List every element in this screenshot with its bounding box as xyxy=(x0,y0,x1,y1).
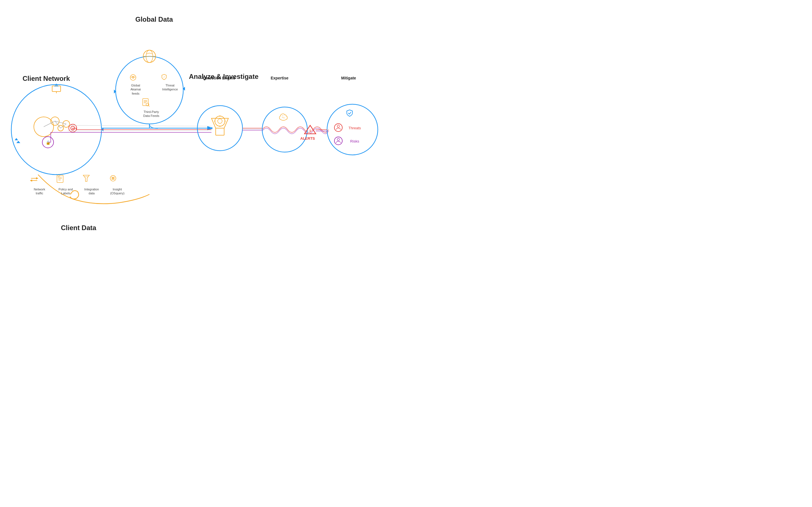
svg-text:✓: ✓ xyxy=(163,76,165,78)
svg-point-35 xyxy=(215,116,225,126)
global-akamai-feeds-label: Global Akamaifeeds xyxy=(126,83,146,96)
svg-rect-53 xyxy=(57,175,63,182)
svg-text:!: ! xyxy=(310,129,311,133)
svg-point-22 xyxy=(133,77,134,78)
risks-label: Risks xyxy=(346,139,363,144)
svg-rect-1 xyxy=(52,86,61,92)
policy-labels-label: Policy andLabels xyxy=(54,187,77,195)
alerts-label: ALERTS xyxy=(300,136,315,140)
insight-osquery-label: Insight(OSquery) xyxy=(106,187,129,195)
svg-marker-50 xyxy=(36,177,38,179)
threat-intelligence-label: ThreatIntelligence xyxy=(160,83,180,92)
svg-point-41 xyxy=(262,107,307,152)
network-traffic-label: Networktraffic xyxy=(28,187,51,195)
svg-point-47 xyxy=(335,137,342,145)
detection-engine-label: Detection Engine xyxy=(203,75,235,80)
expertise-label: Expertise xyxy=(271,75,289,80)
svg-point-36 xyxy=(218,119,222,123)
svg-text:⊕: ⊕ xyxy=(71,127,74,130)
svg-point-46 xyxy=(337,125,340,127)
client-data-title: Client Data xyxy=(61,224,96,232)
svg-line-29 xyxy=(149,106,149,107)
global-data-title: Global Data xyxy=(135,15,173,23)
svg-marker-57 xyxy=(83,175,89,181)
svg-text:🔒: 🔒 xyxy=(46,140,51,145)
integration-data-label: Integrationdata xyxy=(80,187,103,195)
client-network-title: Client Network xyxy=(22,75,70,82)
svg-marker-52 xyxy=(30,179,32,182)
third-party-feeds-label: Third-PartyData Feeds xyxy=(139,110,163,118)
diagram-container: ⊕ 🔒 xyxy=(0,0,406,253)
threats-label: Threats xyxy=(346,126,363,131)
svg-rect-24 xyxy=(143,99,148,106)
svg-point-48 xyxy=(337,138,340,140)
svg-point-45 xyxy=(335,124,342,131)
mitigate-label: Mitigate xyxy=(341,75,356,80)
